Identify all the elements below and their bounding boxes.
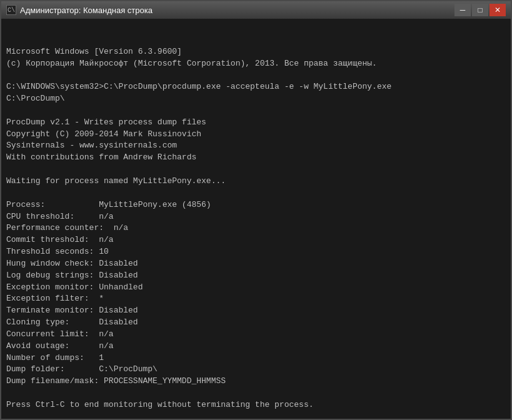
console-line: Number of dumps: 1	[6, 352, 506, 364]
console-line	[6, 411, 506, 419]
console-line: Press Ctrl-C to end monitoring without t…	[6, 399, 506, 411]
cmd-window: C\ Администратор: Командная строка ─ □ ✕…	[0, 0, 512, 420]
console-line: ProcDump v2.1 - Writes process dump file…	[6, 117, 506, 129]
console-line	[6, 105, 506, 117]
console-line: Terminate monitor: Disabled	[6, 305, 506, 317]
title-bar: C\ Администратор: Командная строка ─ □ ✕	[1, 1, 511, 19]
window-controls: ─ □ ✕	[454, 4, 506, 16]
console-line: CPU threshold: n/a	[6, 211, 506, 223]
console-line: C:\WINDOWS\system32>C:\ProcDump\procdump…	[6, 81, 506, 93]
console-line: C:\ProcDump\	[6, 93, 506, 105]
console-line	[6, 69, 506, 81]
console-line: Log debug strings: Disabled	[6, 270, 506, 282]
close-button[interactable]: ✕	[489, 4, 506, 16]
console-line: (c) Корпорация Майкрософт (Microsoft Cor…	[6, 58, 506, 70]
console-line: Exception monitor: Unhandled	[6, 282, 506, 294]
maximize-button[interactable]: □	[472, 4, 488, 16]
title-bar-left: C\ Администратор: Командная строка	[6, 5, 153, 15]
minimize-button[interactable]: ─	[454, 4, 471, 16]
cmd-icon: C\	[6, 5, 16, 15]
console-output[interactable]: Microsoft Windows [Version 6.3.9600](c) …	[1, 19, 511, 419]
console-line: Microsoft Windows [Version 6.3.9600]	[6, 46, 506, 58]
console-line: Commit threshold: n/a	[6, 234, 506, 246]
console-line: Concurrent limit: n/a	[6, 329, 506, 341]
console-line: Waiting for process named MyLittlePony.e…	[6, 176, 506, 188]
console-line: Process: MyLittlePony.exe (4856)	[6, 199, 506, 211]
console-line	[6, 388, 506, 399]
console-line: Threshold seconds: 10	[6, 246, 506, 258]
console-line	[6, 188, 506, 199]
console-line: Sysinternals - www.sysinternals.com	[6, 140, 506, 152]
console-line: Exception filter: *	[6, 293, 506, 305]
console-line: Avoid outage: n/a	[6, 341, 506, 352]
console-line: Cloning type: Disabled	[6, 317, 506, 329]
console-line: Dump filename/mask: PROCESSNAME_YYMMDD_H…	[6, 376, 506, 388]
console-line: Performance counter: n/a	[6, 222, 506, 234]
console-line: With contributions from Andrew Richards	[6, 152, 506, 164]
console-line: Hung window check: Disabled	[6, 258, 506, 270]
console-line	[6, 164, 506, 176]
console-line: Copyright (C) 2009-2014 Mark Russinovich	[6, 129, 506, 141]
window-title: Администратор: Командная строка	[20, 6, 153, 15]
console-line: Dump folder: C:\ProcDump\	[6, 364, 506, 376]
